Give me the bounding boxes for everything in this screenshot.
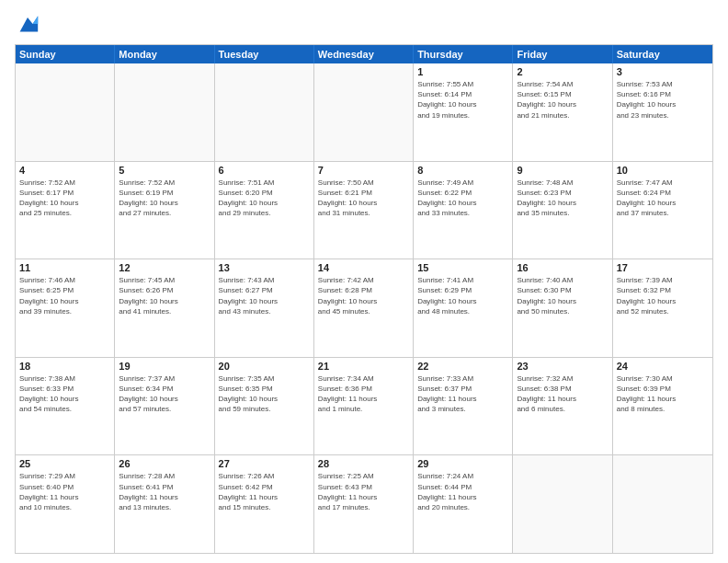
day-number: 3 bbox=[617, 66, 709, 77]
day-cell-4: 4Sunrise: 7:52 AM Sunset: 6:17 PM Daylig… bbox=[16, 162, 115, 259]
day-cell-21: 21Sunrise: 7:34 AM Sunset: 6:36 PM Dayli… bbox=[314, 358, 414, 455]
calendar-row-2: 11Sunrise: 7:46 AM Sunset: 6:25 PM Dayli… bbox=[16, 259, 712, 357]
day-cell-15: 15Sunrise: 7:41 AM Sunset: 6:29 PM Dayli… bbox=[414, 259, 513, 357]
day-info: Sunrise: 7:37 AM Sunset: 6:34 PM Dayligh… bbox=[119, 373, 210, 415]
day-info: Sunrise: 7:29 AM Sunset: 6:40 PM Dayligh… bbox=[19, 471, 110, 512]
day-cell-11: 11Sunrise: 7:46 AM Sunset: 6:25 PM Dayli… bbox=[16, 259, 115, 357]
day-number: 24 bbox=[617, 361, 709, 372]
day-info: Sunrise: 7:52 AM Sunset: 6:17 PM Dayligh… bbox=[19, 178, 110, 219]
day-number: 5 bbox=[119, 165, 210, 176]
calendar-row-3: 18Sunrise: 7:38 AM Sunset: 6:33 PM Dayli… bbox=[16, 357, 712, 455]
day-info: Sunrise: 7:41 AM Sunset: 6:29 PM Dayligh… bbox=[417, 275, 508, 316]
day-info: Sunrise: 7:43 AM Sunset: 6:27 PM Dayligh… bbox=[219, 275, 310, 316]
day-number: 16 bbox=[517, 262, 608, 273]
day-info: Sunrise: 7:39 AM Sunset: 6:32 PM Dayligh… bbox=[617, 275, 709, 316]
day-number: 25 bbox=[19, 458, 110, 469]
weekday-header-sunday: Sunday bbox=[16, 45, 115, 63]
day-info: Sunrise: 7:26 AM Sunset: 6:42 PM Dayligh… bbox=[219, 471, 310, 512]
day-number: 12 bbox=[119, 262, 210, 273]
day-cell-empty-4-5 bbox=[513, 455, 612, 553]
day-number: 26 bbox=[119, 458, 210, 469]
day-number: 27 bbox=[219, 458, 310, 469]
day-info: Sunrise: 7:51 AM Sunset: 6:20 PM Dayligh… bbox=[219, 178, 310, 219]
day-info: Sunrise: 7:48 AM Sunset: 6:23 PM Dayligh… bbox=[517, 178, 608, 219]
day-cell-16: 16Sunrise: 7:40 AM Sunset: 6:30 PM Dayli… bbox=[513, 259, 612, 357]
header bbox=[15, 11, 713, 37]
day-cell-29: 29Sunrise: 7:24 AM Sunset: 6:44 PM Dayli… bbox=[414, 455, 513, 553]
day-number: 19 bbox=[119, 361, 210, 372]
day-info: Sunrise: 7:45 AM Sunset: 6:26 PM Dayligh… bbox=[119, 275, 210, 316]
day-cell-7: 7Sunrise: 7:50 AM Sunset: 6:21 PM Daylig… bbox=[314, 162, 414, 259]
day-cell-12: 12Sunrise: 7:45 AM Sunset: 6:26 PM Dayli… bbox=[115, 259, 214, 357]
day-cell-27: 27Sunrise: 7:26 AM Sunset: 6:42 PM Dayli… bbox=[215, 455, 314, 553]
day-cell-empty-0-2 bbox=[215, 63, 314, 161]
calendar: SundayMondayTuesdayWednesdayThursdayFrid… bbox=[15, 44, 713, 554]
day-cell-22: 22Sunrise: 7:33 AM Sunset: 6:37 PM Dayli… bbox=[414, 358, 513, 455]
day-cell-18: 18Sunrise: 7:38 AM Sunset: 6:33 PM Dayli… bbox=[16, 358, 115, 455]
weekday-header-tuesday: Tuesday bbox=[215, 45, 314, 63]
day-number: 18 bbox=[19, 361, 110, 372]
day-number: 29 bbox=[417, 458, 508, 469]
day-cell-20: 20Sunrise: 7:35 AM Sunset: 6:35 PM Dayli… bbox=[215, 358, 314, 455]
day-info: Sunrise: 7:46 AM Sunset: 6:25 PM Dayligh… bbox=[19, 275, 110, 316]
calendar-row-4: 25Sunrise: 7:29 AM Sunset: 6:40 PM Dayli… bbox=[16, 454, 712, 553]
weekday-header-wednesday: Wednesday bbox=[314, 45, 414, 63]
day-cell-3: 3Sunrise: 7:53 AM Sunset: 6:16 PM Daylig… bbox=[613, 63, 712, 161]
day-cell-13: 13Sunrise: 7:43 AM Sunset: 6:27 PM Dayli… bbox=[215, 259, 314, 357]
day-info: Sunrise: 7:35 AM Sunset: 6:35 PM Dayligh… bbox=[219, 373, 310, 415]
weekday-header-saturday: Saturday bbox=[613, 45, 712, 63]
day-info: Sunrise: 7:25 AM Sunset: 6:43 PM Dayligh… bbox=[318, 471, 409, 512]
day-number: 13 bbox=[219, 262, 310, 273]
day-cell-10: 10Sunrise: 7:47 AM Sunset: 6:24 PM Dayli… bbox=[613, 162, 712, 259]
day-cell-empty-0-0 bbox=[16, 63, 115, 161]
day-number: 2 bbox=[517, 66, 608, 77]
day-info: Sunrise: 7:47 AM Sunset: 6:24 PM Dayligh… bbox=[617, 178, 709, 219]
day-number: 9 bbox=[517, 165, 608, 176]
day-cell-empty-0-1 bbox=[115, 63, 214, 161]
calendar-row-1: 4Sunrise: 7:52 AM Sunset: 6:17 PM Daylig… bbox=[16, 161, 712, 259]
day-info: Sunrise: 7:30 AM Sunset: 6:39 PM Dayligh… bbox=[617, 373, 709, 415]
day-number: 15 bbox=[417, 262, 508, 273]
day-number: 28 bbox=[318, 458, 409, 469]
day-number: 1 bbox=[417, 66, 508, 77]
calendar-row-0: 1Sunrise: 7:55 AM Sunset: 6:14 PM Daylig… bbox=[16, 63, 712, 161]
day-cell-empty-0-3 bbox=[314, 63, 414, 161]
day-cell-17: 17Sunrise: 7:39 AM Sunset: 6:32 PM Dayli… bbox=[613, 259, 712, 357]
day-cell-24: 24Sunrise: 7:30 AM Sunset: 6:39 PM Dayli… bbox=[613, 358, 712, 455]
day-cell-14: 14Sunrise: 7:42 AM Sunset: 6:28 PM Dayli… bbox=[314, 259, 414, 357]
day-number: 14 bbox=[318, 262, 409, 273]
day-cell-28: 28Sunrise: 7:25 AM Sunset: 6:43 PM Dayli… bbox=[314, 455, 414, 553]
day-cell-empty-4-6 bbox=[613, 455, 712, 553]
day-cell-5: 5Sunrise: 7:52 AM Sunset: 6:19 PM Daylig… bbox=[115, 162, 214, 259]
day-info: Sunrise: 7:34 AM Sunset: 6:36 PM Dayligh… bbox=[318, 373, 409, 415]
day-number: 6 bbox=[219, 165, 310, 176]
day-number: 17 bbox=[617, 262, 709, 273]
day-cell-19: 19Sunrise: 7:37 AM Sunset: 6:34 PM Dayli… bbox=[115, 358, 214, 455]
day-cell-26: 26Sunrise: 7:28 AM Sunset: 6:41 PM Dayli… bbox=[115, 455, 214, 553]
logo-icon bbox=[15, 11, 40, 37]
day-number: 21 bbox=[318, 361, 409, 372]
calendar-header: SundayMondayTuesdayWednesdayThursdayFrid… bbox=[16, 45, 712, 63]
day-number: 23 bbox=[517, 361, 608, 372]
day-number: 11 bbox=[19, 262, 110, 273]
day-cell-23: 23Sunrise: 7:32 AM Sunset: 6:38 PM Dayli… bbox=[513, 358, 612, 455]
day-info: Sunrise: 7:28 AM Sunset: 6:41 PM Dayligh… bbox=[119, 471, 210, 512]
day-cell-9: 9Sunrise: 7:48 AM Sunset: 6:23 PM Daylig… bbox=[513, 162, 612, 259]
day-number: 7 bbox=[318, 165, 409, 176]
day-info: Sunrise: 7:24 AM Sunset: 6:44 PM Dayligh… bbox=[417, 471, 508, 512]
logo bbox=[15, 11, 44, 37]
day-info: Sunrise: 7:42 AM Sunset: 6:28 PM Dayligh… bbox=[318, 275, 409, 316]
day-info: Sunrise: 7:54 AM Sunset: 6:15 PM Dayligh… bbox=[517, 79, 608, 121]
page: SundayMondayTuesdayWednesdayThursdayFrid… bbox=[0, 0, 728, 563]
weekday-header-friday: Friday bbox=[513, 45, 612, 63]
day-number: 4 bbox=[19, 165, 110, 176]
calendar-body: 1Sunrise: 7:55 AM Sunset: 6:14 PM Daylig… bbox=[16, 63, 712, 553]
svg-marker-1 bbox=[33, 17, 39, 24]
day-info: Sunrise: 7:40 AM Sunset: 6:30 PM Dayligh… bbox=[517, 275, 608, 316]
weekday-header-thursday: Thursday bbox=[414, 45, 513, 63]
day-number: 8 bbox=[417, 165, 508, 176]
day-number: 22 bbox=[417, 361, 508, 372]
day-cell-8: 8Sunrise: 7:49 AM Sunset: 6:22 PM Daylig… bbox=[414, 162, 513, 259]
day-info: Sunrise: 7:50 AM Sunset: 6:21 PM Dayligh… bbox=[318, 178, 409, 219]
day-info: Sunrise: 7:32 AM Sunset: 6:38 PM Dayligh… bbox=[517, 373, 608, 415]
